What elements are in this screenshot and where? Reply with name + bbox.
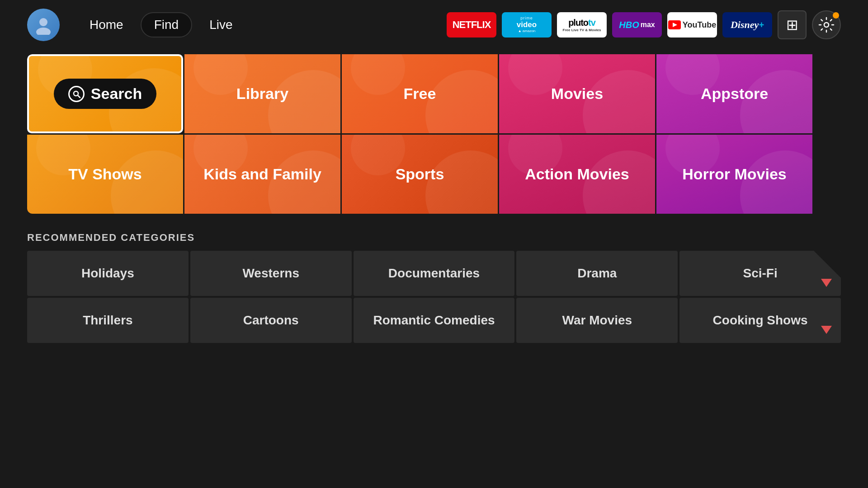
nav-links: Home Find Live	[77, 12, 245, 38]
tvshows-label: TV Shows	[68, 165, 142, 183]
recommended-section: RECOMMENDED CATEGORIES Holidays Westerns…	[27, 232, 841, 343]
pluto-badge[interactable]: plutotv Free Live TV & Movies	[557, 12, 607, 38]
app-grid-button[interactable]: ⊞	[778, 10, 807, 39]
prime-badge[interactable]: prime video ▲ amazon	[502, 12, 552, 38]
user-avatar[interactable]	[27, 9, 60, 41]
free-cell[interactable]: Free	[342, 54, 498, 133]
rec-cartoons[interactable]: Cartoons	[190, 298, 352, 343]
sports-cell[interactable]: Sports	[342, 135, 498, 214]
kids-family-cell[interactable]: Kids and Family	[184, 135, 340, 214]
free-label: Free	[404, 85, 436, 103]
notification-dot	[833, 12, 839, 19]
youtube-badge[interactable]: YouTube	[667, 12, 717, 38]
movies-cell[interactable]: Movies	[499, 54, 655, 133]
rec-documentaries[interactable]: Documentaries	[354, 251, 515, 296]
library-cell[interactable]: Library	[184, 54, 340, 133]
search-label: Search	[91, 85, 142, 103]
kids-family-label: Kids and Family	[203, 165, 321, 183]
appstore-cell[interactable]: Appstore	[656, 54, 812, 133]
main-content: Search Library Free Movies Appstore TV S…	[0, 54, 868, 343]
svg-point-2	[824, 23, 829, 27]
nav-find[interactable]: Find	[141, 12, 192, 38]
category-grid: Search Library Free Movies Appstore TV S…	[27, 54, 841, 214]
rec-westerns[interactable]: Westerns	[190, 251, 352, 296]
rec-cooking-shows[interactable]: Cooking Shows	[679, 298, 841, 343]
recommended-grid: Holidays Westerns Documentaries Drama Sc…	[27, 251, 841, 343]
sports-label: Sports	[396, 165, 444, 183]
rec-war-movies[interactable]: War Movies	[516, 298, 678, 343]
movies-label: Movies	[551, 85, 603, 103]
search-circle-icon	[68, 86, 85, 102]
hbomax-badge[interactable]: HBOmax	[612, 12, 662, 38]
recommended-title: RECOMMENDED CATEGORIES	[27, 232, 841, 244]
svg-point-0	[39, 18, 47, 26]
rec-romantic-comedies[interactable]: Romantic Comedies	[354, 298, 515, 343]
rec-holidays[interactable]: Holidays	[27, 251, 189, 296]
nav-home[interactable]: Home	[77, 13, 136, 37]
nav-live[interactable]: Live	[197, 13, 245, 37]
action-movies-label: Action Movies	[525, 165, 629, 183]
library-label: Library	[236, 85, 288, 103]
rec-drama[interactable]: Drama	[516, 251, 678, 296]
horror-movies-label: Horror Movies	[682, 165, 787, 183]
youtube-play-icon	[668, 20, 681, 29]
horror-movies-cell[interactable]: Horror Movies	[656, 135, 812, 214]
svg-point-1	[36, 28, 51, 35]
netflix-badge[interactable]: NETFLIX	[447, 12, 496, 38]
svg-line-4	[78, 95, 80, 98]
rec-scifi[interactable]: Sci-Fi	[679, 251, 841, 296]
search-pill[interactable]: Search	[54, 79, 156, 109]
appstore-label: Appstore	[701, 85, 768, 103]
action-movies-cell[interactable]: Action Movies	[499, 135, 655, 214]
settings-button[interactable]	[812, 10, 841, 39]
streaming-services: NETFLIX prime video ▲ amazon plutotv Fre…	[447, 10, 841, 39]
rec-thrillers[interactable]: Thrillers	[27, 298, 189, 343]
search-cell[interactable]: Search	[27, 54, 183, 133]
disney-badge[interactable]: Disney+	[722, 12, 772, 38]
top-nav: Home Find Live NETFLIX prime video ▲ ama…	[0, 0, 868, 50]
tvshows-cell[interactable]: TV Shows	[27, 135, 183, 214]
